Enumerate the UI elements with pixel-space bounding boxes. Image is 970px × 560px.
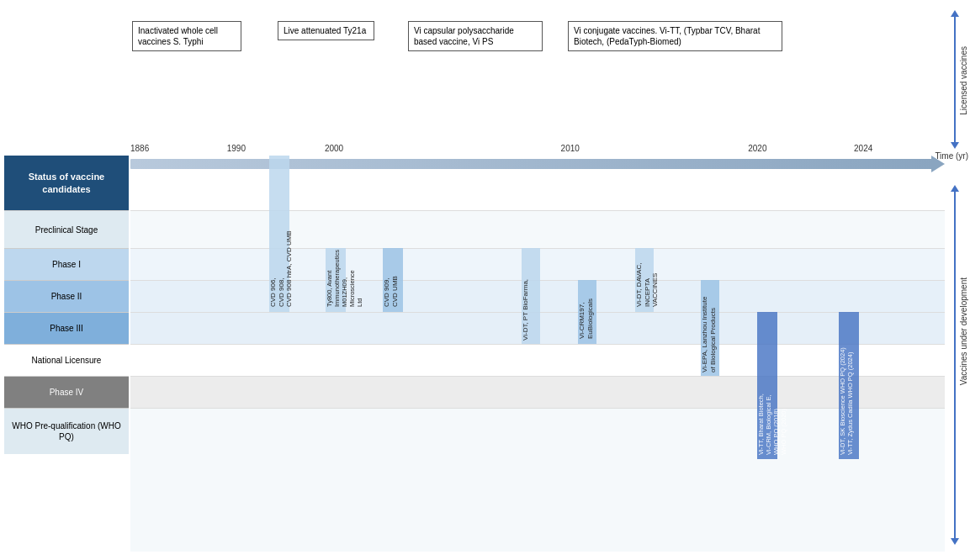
bar-ty800-label-container: Ty800, Avant Immunotherapeutics M01ZH09,… (326, 250, 346, 309)
sidebar-phase3: Phase III (4, 312, 129, 344)
sidebar-title: Status of vaccine candidates (4, 156, 129, 210)
dev-label: Vaccines under development (959, 277, 968, 385)
bar-vi-dt-davac-label-container: Vi-DT, DAVAC, INCEPTA VACCINES (635, 250, 654, 309)
sidebar-phase4: Phase IV (4, 376, 129, 408)
year-2020: 2020 (748, 144, 766, 153)
sidebar: Status of vaccine candidates Preclinical… (4, 156, 129, 454)
bar-cvd909-label: CVD 909, CVD UMB (383, 250, 399, 309)
bar-vi-dt-pt-label: Vi-DT, PT BioFarma, (522, 250, 530, 342)
vaccine-box-inactivated-text: Inactivated whole cell vaccines S. Typhi (138, 26, 218, 46)
bar-vi-epa-label-container: Vi-EPA, Lanzhou Institute of Biological … (701, 282, 719, 374)
year-2000: 2000 (325, 144, 343, 153)
bar-vi-tt-bharat-label-container: Vi-TT, Bharat Biotech, Vi-CRM, Biologica… (757, 314, 777, 457)
bar-ty800-label: Ty800, Avant Immunotherapeutics M01ZH09,… (326, 250, 363, 309)
year-2024: 2024 (854, 144, 872, 153)
bar-vi-crm197-label: Vi-CRM197, EuBiologicals (578, 282, 594, 341)
year-1990: 1990 (227, 144, 246, 153)
vaccine-box-inactivated: Inactivated whole cell vaccines S. Typhi (132, 21, 241, 51)
row-national (130, 344, 945, 376)
sidebar-preclinical: Preclinical Stage (4, 210, 129, 248)
licensed-label: Licensed vaccines (959, 46, 968, 115)
bar-vi-dt-sk-label: Vi-DT, SK Bioscience WHO PQ (2024) Vi-TT… (839, 314, 854, 457)
bar-cvd909-label-container: CVD 909, CVD UMB (383, 250, 403, 309)
bar-cvd906-label-container: CVD 906, CVD 908, CVD 908 htrA, CVD UMB (269, 157, 289, 309)
arrow-down-icon (951, 142, 959, 149)
vaccine-box-ty21a-text: Live attenuated Ty21a (284, 26, 366, 35)
vaccine-box-ty21a: Live attenuated Ty21a (278, 21, 374, 40)
licensed-boxes-area: Inactivated whole cell vaccines S. Typhi… (130, 8, 945, 143)
dev-arrow-down-icon (951, 538, 959, 545)
bar-vi-crm197-label-container: Vi-CRM197, EuBiologicals (578, 282, 596, 341)
bar-vi-tt-bharat-label: Vi-TT, Bharat Biotech, Vi-CRM, Biologica… (757, 314, 787, 457)
main-container: Licensed vaccines Vaccines under develop… (0, 0, 970, 560)
vaccine-box-vips: Vi capsular polysaccharide based vaccine… (408, 21, 543, 51)
year-2010: 2010 (561, 144, 580, 153)
dev-line (954, 192, 956, 538)
licensed-line (954, 17, 956, 142)
sidebar-phase2: Phase II (4, 280, 129, 312)
sidebar-who-pq: WHO Pre-qualification (WHO PQ) (4, 408, 129, 454)
vaccine-box-viconj: Vi conjugate vaccines. Vi-TT, (Typbar TC… (568, 21, 782, 51)
sidebar-national: National Licensure (4, 344, 129, 376)
vaccine-box-vips-text: Vi capsular polysaccharide based vaccine… (414, 26, 514, 46)
bar-vi-epa-label: Vi-EPA, Lanzhou Institute of Biological … (701, 282, 717, 374)
bar-cvd906-label: CVD 906, CVD 908, CVD 908 htrA, CVD UMB (269, 157, 294, 309)
vaccine-box-viconj-text: Vi conjugate vaccines. Vi-TT, (Typbar TC… (574, 26, 760, 46)
dev-arrow-up-icon (951, 185, 959, 192)
sidebar-phase1: Phase I (4, 248, 129, 280)
row-phase4 (130, 376, 945, 408)
arrow-up-icon (951, 10, 959, 17)
bar-vi-dt-davac-label: Vi-DT, DAVAC, INCEPTA VACCINES (635, 250, 660, 309)
year-1886: 1886 (130, 144, 149, 153)
row-who-pq (130, 408, 945, 552)
chart-grid: CVD 906, CVD 908, CVD 908 htrA, CVD UMB … (130, 156, 945, 552)
bar-vi-dt-pt-label-container: Vi-DT, PT BioFarma, (522, 250, 540, 342)
bar-vi-dt-sk-label-container: Vi-DT, SK Bioscience WHO PQ (2024) Vi-TT… (839, 314, 859, 457)
row-preclinical (130, 210, 945, 248)
